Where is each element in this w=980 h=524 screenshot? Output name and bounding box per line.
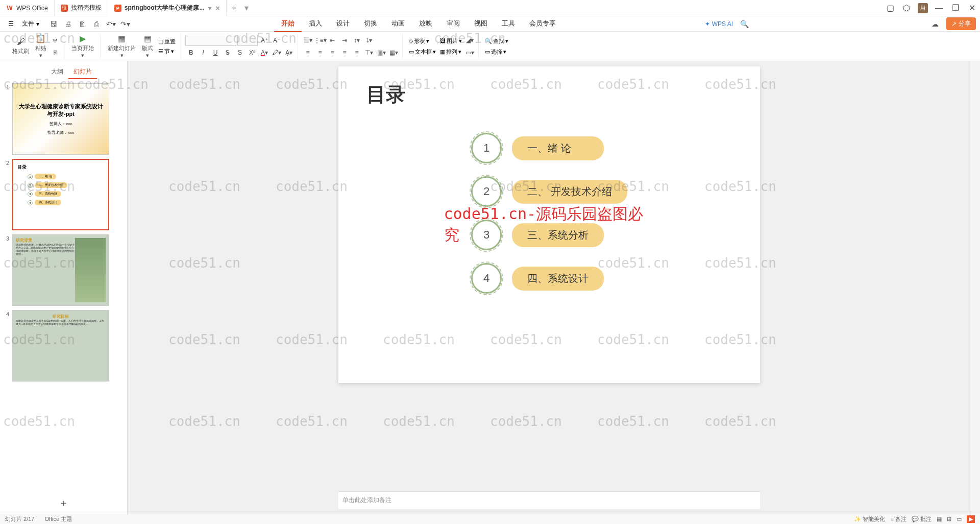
increase-font-icon[interactable]: A⁺	[259, 35, 270, 46]
convert-icon[interactable]: ▦▾	[388, 47, 399, 58]
menu-tab-insert[interactable]: 插入	[302, 16, 329, 32]
justify-icon[interactable]: ≡	[339, 47, 350, 58]
align-left-icon[interactable]: ≡	[302, 47, 313, 58]
avatar-icon[interactable]: 用	[918, 3, 928, 13]
paste-button[interactable]: 📋粘贴▾	[32, 33, 50, 60]
bold-icon[interactable]: B	[185, 47, 197, 58]
print-icon[interactable]: 🖨	[62, 18, 74, 30]
close-window-icon[interactable]: ✕	[964, 0, 980, 16]
slide-canvas[interactable]: 目录 1 一、绪 论 2 二、 开发技术介绍 3 三、系统分析 4 四、系统设计…	[338, 66, 760, 383]
tab-overflow-icon[interactable]: ▾	[241, 3, 252, 13]
textbox-button[interactable]: ▭ 文本框▾	[407, 47, 438, 57]
bullets-icon[interactable]: ☰▾	[302, 35, 313, 46]
align-top-icon[interactable]: ⊤▾	[363, 47, 375, 58]
select-button[interactable]: ▭ 选择▾	[483, 47, 510, 57]
right-sidebar[interactable]	[971, 61, 980, 514]
thumbnail-4[interactable]: 研究目标本课题首先确定的是基于B/S架构的设计方案，人们的生活节奏越来越快，工作…	[12, 310, 109, 382]
section-button[interactable]: ☰ 节▾	[156, 46, 178, 56]
font-select[interactable]	[185, 35, 236, 46]
clear-format-icon[interactable]: A͓▾	[283, 47, 295, 58]
decrease-font-icon[interactable]: A⁻	[271, 35, 282, 46]
window-mode-icon[interactable]: ▢	[882, 0, 898, 16]
arrange-button[interactable]: ▦ 排列▾	[438, 47, 464, 57]
from-current-button[interactable]: ▶当页开始▾	[68, 33, 97, 60]
menu-tab-transition[interactable]: 切换	[357, 16, 384, 32]
thumbnail-2[interactable]: 目录 1一、绪 论 2二、开发技术介绍 3三、系统分析 4四、系统设计	[12, 159, 109, 230]
undo-icon[interactable]: ↶▾	[105, 18, 117, 30]
beautify-button[interactable]: ✨ 智能美化	[854, 515, 885, 523]
text-direction-icon[interactable]: ⤵▾	[363, 35, 375, 46]
notes-toggle[interactable]: ≡ 备注	[890, 515, 906, 523]
distribute-icon[interactable]: ≡	[351, 47, 362, 58]
app-tab-document[interactable]: P springboot大学生心理健康... ▾ ×	[108, 0, 227, 16]
highlight-icon[interactable]: 🖍▾	[271, 47, 282, 58]
comments-toggle[interactable]: 💬 批注	[912, 515, 932, 523]
toc-item-4[interactable]: 4 四、系统设计	[471, 263, 604, 294]
toc-item-2[interactable]: 2 二、 开发技术介绍	[471, 176, 627, 207]
columns-icon[interactable]: ▥▾	[376, 47, 387, 58]
panel-tab-slides[interactable]: 幻灯片	[68, 65, 97, 79]
hamburger-icon[interactable]: ☰	[4, 18, 18, 30]
wps-ai-button[interactable]: ✦WPS AI	[705, 20, 733, 28]
toc-item-1[interactable]: 1 一、绪 论	[471, 133, 604, 163]
menu-tab-tools[interactable]: 工具	[495, 16, 522, 32]
view-sorter-icon[interactable]: ⊞	[947, 516, 951, 522]
save-icon[interactable]: 🖫	[47, 18, 60, 30]
underline-icon[interactable]: U	[210, 47, 221, 58]
maximize-icon[interactable]: ❐	[947, 0, 964, 16]
menu-tab-review[interactable]: 审阅	[439, 16, 467, 32]
shape-button[interactable]: ◇ 形状▾	[407, 36, 438, 46]
app-tab-template[interactable]: 稻 找稻壳模板	[55, 0, 108, 16]
view-normal-icon[interactable]: ▦	[937, 516, 942, 522]
notes-area[interactable]: 单击此处添加备注	[338, 491, 760, 509]
redo-icon[interactable]: ↷▾	[119, 18, 131, 30]
align-center-icon[interactable]: ≡	[314, 47, 326, 58]
thumbnails-list[interactable]: 1 大学生心理健康诊断专家系统设计与开发-ppt 答辩人：xxx 指导老师：xx…	[0, 79, 127, 494]
picture-button[interactable]: 🖼 图片▾	[438, 36, 464, 46]
add-slide-button[interactable]: +	[0, 494, 127, 514]
thumbnail-1[interactable]: 大学生心理健康诊断专家系统设计与开发-ppt 答辩人：xxx 指导老师：xxx	[12, 83, 109, 155]
layout-button[interactable]: ▤版式▾	[139, 33, 156, 60]
thumbnail-3[interactable]: 研究背景随着科技的发展，计算机已成为人们生活中不可缺少的办公工具...系统能够让…	[12, 234, 109, 306]
view-reading-icon[interactable]: ▭	[957, 516, 962, 522]
copy-icon[interactable]: ⎘	[50, 47, 61, 58]
superscript-icon[interactable]: X²	[247, 47, 258, 58]
fill-icon[interactable]: ◢▾	[464, 35, 475, 46]
panel-tab-outline[interactable]: 大纲	[46, 65, 68, 79]
tab-menu-icon[interactable]: ▾	[208, 5, 211, 12]
export-icon[interactable]: ⎙	[90, 18, 103, 30]
menu-tab-slideshow[interactable]: 放映	[412, 16, 439, 32]
new-slide-button[interactable]: ▦新建幻灯片▾	[105, 33, 139, 60]
menu-tab-view[interactable]: 视图	[467, 16, 495, 32]
line-spacing-icon[interactable]: ↕▾	[351, 35, 362, 46]
slide-title[interactable]: 目录	[366, 82, 405, 108]
increase-indent-icon[interactable]: ⇥	[339, 35, 350, 46]
menu-tab-start[interactable]: 开始	[274, 16, 302, 32]
app-center-icon[interactable]: ⬡	[898, 0, 915, 16]
print-preview-icon[interactable]: 🗎	[76, 18, 88, 30]
file-menu[interactable]: 文件▾	[18, 17, 43, 30]
menu-tab-animation[interactable]: 动画	[384, 16, 412, 32]
canvas-area[interactable]: 目录 1 一、绪 论 2 二、 开发技术介绍 3 三、系统分析 4 四、系统设计…	[128, 61, 971, 514]
numbering-icon[interactable]: ⋮≡▾	[314, 35, 326, 46]
search-icon[interactable]: 🔍	[738, 18, 750, 30]
share-button[interactable]: ↗分享	[946, 17, 976, 30]
italic-icon[interactable]: I	[198, 47, 209, 58]
view-slideshow-icon[interactable]: ▶	[967, 515, 975, 523]
cut-icon[interactable]: ✂	[50, 35, 61, 46]
cloud-icon[interactable]: ☁	[929, 18, 941, 30]
find-button[interactable]: 🔍 查找▾	[483, 36, 510, 46]
font-size-select[interactable]	[237, 35, 258, 46]
align-right-icon[interactable]: ≡	[327, 47, 338, 58]
shadow-icon[interactable]: S	[234, 47, 246, 58]
menu-tab-member[interactable]: 会员专享	[522, 16, 563, 32]
menu-tab-design[interactable]: 设计	[329, 16, 357, 32]
decrease-indent-icon[interactable]: ⇤	[327, 35, 338, 46]
minimize-icon[interactable]: —	[931, 0, 947, 16]
add-tab-button[interactable]: +	[227, 4, 241, 13]
strikethrough-icon[interactable]: S̶	[222, 47, 233, 58]
app-tab-wps[interactable]: W WPS Office	[0, 0, 55, 16]
format-painter-button[interactable]: 🖌格式刷	[9, 36, 32, 56]
font-color-icon[interactable]: A▾	[259, 47, 270, 58]
reset-button[interactable]: ▢ 重置	[156, 37, 178, 46]
